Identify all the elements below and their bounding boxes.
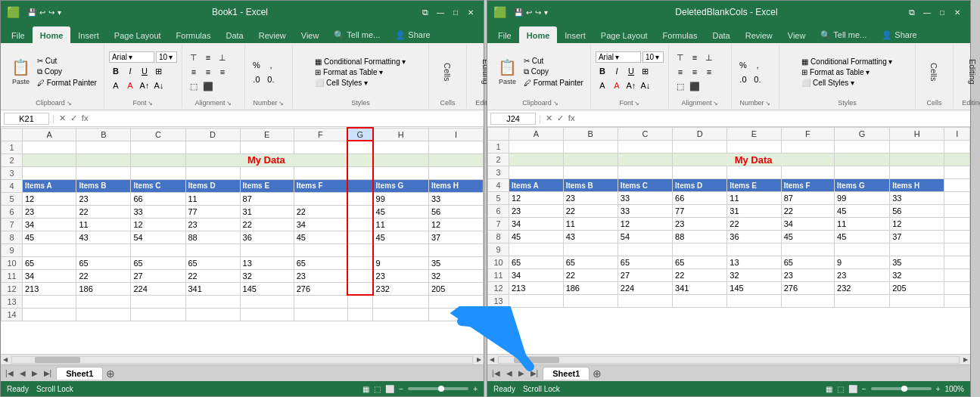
col-e-1[interactable]: E [240,128,294,141]
align-top-1[interactable]: ⊤ [187,51,201,64]
font-color-btn-2[interactable]: A [610,79,624,92]
view-normal-1[interactable]: ▦ [362,385,369,393]
number-expand-2[interactable]: ↘ [765,100,770,107]
tab-view-2[interactable]: View [780,26,814,43]
clipboard-expand-1[interactable]: ↘ [67,100,72,107]
tab-pagelayout-1[interactable]: Page Layout [107,26,169,43]
sheet-tab-2[interactable]: Sheet1 [543,367,590,380]
merge-2[interactable]: ⬛ [688,79,702,93]
cell-styles-btn-2[interactable]: ⬜ Cell Styles ▾ [799,78,894,88]
tab-review-2[interactable]: Review [738,26,780,43]
scroll-thumb-h-1[interactable] [35,357,80,363]
paste-btn-1[interactable]: 📋 Paste [8,51,33,93]
col-d-1[interactable]: D [185,128,240,141]
col-f-1[interactable]: F [294,128,347,141]
font-expand-1[interactable]: ↘ [148,100,153,107]
align-right-1[interactable]: ≡ [216,65,229,79]
view-normal-2[interactable]: ▦ [826,385,832,393]
align-center-1[interactable]: ≡ [201,65,215,79]
wrap-text-1[interactable]: ⬚ [187,79,201,93]
sheet-nav-first-1[interactable]: |◀ [4,369,15,377]
col-d-2[interactable]: D [673,128,727,141]
dec-dec-1[interactable]: 0. [264,73,278,86]
font-expand-2[interactable]: ↘ [634,100,639,107]
decrease-font-1[interactable]: A↓ [152,79,166,92]
col-g-2[interactable]: G [835,128,890,141]
bold-btn-1[interactable]: B [109,64,123,78]
view-preview-1[interactable]: ⬜ [385,385,394,393]
copy-btn-2[interactable]: ⧉ Copy [521,67,586,77]
cancel-formula-btn-1[interactable]: ✕ [58,113,67,123]
formula-input-1[interactable] [92,113,481,124]
col-b-1[interactable]: B [76,128,131,141]
col-a-2[interactable]: A [509,128,564,141]
align-bot-1[interactable]: ⊥ [216,51,229,64]
col-h-2[interactable]: H [890,128,944,141]
merge-1[interactable]: ⬛ [201,79,215,93]
tab-share-1[interactable]: 👤 Share [387,26,437,43]
col-a-1[interactable]: A [23,128,76,141]
comma-btn-2[interactable]: , [751,58,764,72]
zoom-out-1[interactable]: − [399,385,403,393]
fill-color-btn-1[interactable]: A [109,79,123,92]
editing-label-vert-2[interactable]: Editing [966,57,978,86]
close-btn-1[interactable]: ✕ [464,5,478,19]
italic-btn-2[interactable]: I [610,64,624,78]
align-right-2[interactable]: ≡ [702,65,716,79]
cell-styles-btn-1[interactable]: ⬜ Cell Styles ▾ [313,78,408,88]
increase-font-1[interactable]: A↑ [138,79,151,92]
zoom-slider-2[interactable] [871,387,932,390]
conditional-formatting-btn-1[interactable]: ▦ Conditional Formatting ▾ [313,57,408,67]
dec-dec-2[interactable]: 0. [751,73,764,86]
col-c-1[interactable]: C [131,128,185,141]
italic-btn-1[interactable]: I [123,64,137,78]
dec-inc-1[interactable]: .0 [250,73,263,86]
dec-inc-2[interactable]: .0 [736,73,750,86]
zoom-in-1[interactable]: + [473,385,478,393]
number-expand-1[interactable]: ↘ [278,100,284,107]
comma-btn-1[interactable]: , [264,58,278,72]
align-top-2[interactable]: ⊤ [674,51,687,64]
col-i-2[interactable]: I [944,128,970,141]
sheet-tab-1[interactable]: Sheet1 [56,367,103,380]
font-size-box-1[interactable]: 10 ▾ [156,51,177,63]
sheet-nav-next-1[interactable]: ▶ [30,369,39,377]
align-left-1[interactable]: ≡ [187,65,201,79]
tab-view-1[interactable]: View [294,26,327,43]
font-name-box-2[interactable]: Arial ▾ [596,51,641,63]
scroll-left-1[interactable]: ◀ [1,356,10,363]
scroll-track-h-1[interactable] [11,356,473,364]
redo-quick-btn[interactable]: ↪ [48,8,54,17]
fx-btn-2[interactable]: fx [567,113,577,123]
maximize-btn-1[interactable]: □ [449,5,462,19]
tab-data-2[interactable]: Data [705,26,737,43]
tab-file-1[interactable]: File [4,26,33,43]
decrease-font-2[interactable]: A↓ [639,79,652,92]
col-g-1[interactable]: G [347,128,372,141]
pct-btn-1[interactable]: % [250,58,263,72]
align-bot-2[interactable]: ⊥ [702,51,716,64]
tab-pagelayout-2[interactable]: Page Layout [593,26,655,43]
tab-insert-2[interactable]: Insert [557,26,593,43]
tab-home-1[interactable]: Home [33,26,71,43]
col-c-2[interactable]: C [618,128,672,141]
align-mid-2[interactable]: ≡ [688,51,702,64]
view-layout-2[interactable]: ⬚ [837,385,844,393]
tab-data-1[interactable]: Data [218,26,250,43]
col-f-2[interactable]: F [781,128,834,141]
zoom-in-2[interactable]: + [936,385,941,393]
tab-insert-1[interactable]: Insert [70,26,107,43]
align-mid-1[interactable]: ≡ [201,51,215,64]
clipboard-expand-2[interactable]: ↘ [553,100,558,107]
minimize-btn-1[interactable]: — [434,5,447,19]
font-name-box-1[interactable]: Arial ▾ [109,51,154,63]
add-sheet-btn-2[interactable]: ⊕ [593,368,602,380]
confirm-formula-btn-2[interactable]: ✓ [555,113,565,123]
font-size-box-2[interactable]: 10 ▾ [642,51,664,63]
tab-home-2[interactable]: Home [519,26,558,43]
add-sheet-btn-1[interactable]: ⊕ [106,368,115,380]
restore-down-btn[interactable]: ⧉ [418,5,432,19]
copy-btn-1[interactable]: ⧉ Copy [35,67,99,77]
wrap-text-2[interactable]: ⬚ [674,79,687,93]
col-b-2[interactable]: B [563,128,618,141]
